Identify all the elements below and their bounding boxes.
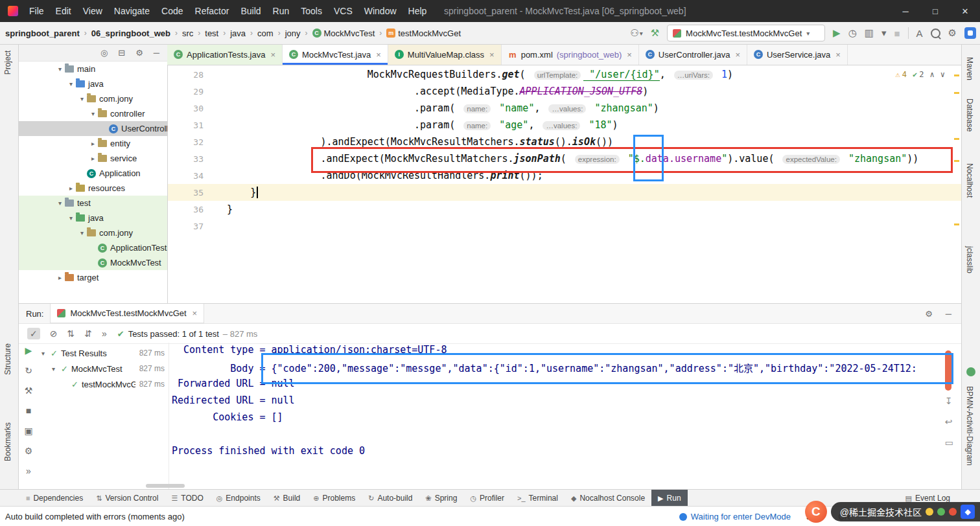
close-icon[interactable]: ×	[735, 50, 740, 60]
chevron-icon[interactable]: ▸	[88, 155, 98, 162]
menu-item-build[interactable]: Build	[235, 6, 266, 16]
breadcrumb-item[interactable]: test	[205, 29, 218, 38]
tab-pom.xml[interactable]: mpom.xml (springboot_web)×	[502, 44, 639, 65]
menu-item-code[interactable]: Code	[156, 6, 189, 16]
close-button[interactable]: ✕	[950, 0, 980, 22]
collapse-all-icon[interactable]: ⊟	[118, 48, 125, 58]
tab-userservice.java[interactable]: CUserService.java×	[747, 44, 848, 65]
breadcrumb-item[interactable]: src	[182, 29, 193, 38]
tool-strip-structure[interactable]: Structure	[3, 343, 12, 375]
run-button[interactable]: ▶	[833, 27, 841, 39]
toolwindow-terminal[interactable]: >_Terminal	[511, 490, 565, 507]
tab-usercontroller.java[interactable]: CUserController.java×	[639, 44, 747, 65]
tool-strip-bookmarks[interactable]: Bookmarks	[3, 422, 12, 461]
code-line-30[interactable]: 30 .param( name: "name", …values: "zhang…	[167, 100, 962, 117]
tree-item-mockmvctest[interactable]: CMockMvcTest	[18, 255, 167, 270]
chevron-icon[interactable]: ▸	[88, 140, 98, 147]
more-options-icon[interactable]: »	[102, 328, 107, 339]
tool-strip-jclasslib[interactable]: jclasslib	[965, 246, 974, 273]
code-line-33[interactable]: 33 .andExpect(MockMvcResultMatchers.json…	[167, 150, 962, 167]
prev-issue-icon[interactable]: ∧	[930, 70, 935, 79]
tab-mockmvctest.java[interactable]: CMockMvcTest.java×	[283, 44, 388, 65]
locate-file-icon[interactable]: ◎	[100, 48, 108, 58]
menu-item-navigate[interactable]: Navigate	[108, 6, 156, 16]
snapshot-icon[interactable]: ▣	[24, 426, 32, 436]
run-tab[interactable]: MockMvcTest.testMockMvcGet ×	[50, 304, 204, 323]
breadcrumb-item[interactable]: springboot_parent	[5, 29, 80, 38]
chevron-icon[interactable]: ▸	[66, 185, 76, 192]
inspections-widget[interactable]: ⚠4 ✔2 ∧ ∨	[896, 70, 945, 79]
close-icon[interactable]: ×	[192, 308, 198, 318]
chevron-icon[interactable]: ▾	[66, 80, 76, 87]
test-node-testmockmvcget[interactable]: ✓testMockMvcGet827 ms	[39, 376, 169, 392]
breadcrumb-item[interactable]: java	[230, 29, 246, 38]
console-scrollbar[interactable]	[945, 350, 951, 391]
breadcrumb-item[interactable]: jony	[285, 29, 301, 38]
build-icon[interactable]: ⚒	[25, 385, 33, 396]
tree-item-main[interactable]: ▾main	[18, 62, 167, 76]
tree-item-target[interactable]: ▸target	[18, 270, 167, 285]
close-icon[interactable]: ×	[489, 50, 495, 60]
minimize-button[interactable]: ─	[891, 0, 920, 22]
code-line-36[interactable]: 36}	[167, 201, 962, 218]
test-node-test results[interactable]: ▾✓Test Results827 ms	[39, 345, 169, 361]
tab-applicationtests.java[interactable]: CApplicationTests.java×	[167, 44, 283, 65]
status-message[interactable]: Auto build completed with errors (moment…	[5, 512, 185, 521]
menu-item-vcs[interactable]: VCS	[328, 6, 358, 16]
code-line-34[interactable]: 34 .andDo(MockMvcResultHandlers.print())…	[167, 167, 962, 184]
coverage-button[interactable]: ▥	[865, 27, 874, 39]
breadcrumb-item[interactable]: com	[257, 29, 274, 38]
rerun-icon[interactable]: ▶	[25, 345, 32, 356]
tree-item-applicationtests[interactable]: CApplicationTests	[18, 240, 167, 255]
chevron-icon[interactable]: ▾	[66, 214, 76, 222]
chevron-icon[interactable]: ▾	[55, 65, 65, 73]
close-icon[interactable]: ×	[627, 50, 632, 60]
collaborators-icon[interactable]: ⚇▾	[630, 27, 642, 39]
tree-item-com.jony[interactable]: ▾com.jony	[18, 91, 167, 106]
chevron-icon[interactable]: ▾	[77, 95, 87, 102]
hide-panel-icon[interactable]: ─	[154, 48, 159, 58]
breadcrumb-item[interactable]: mtestMockMvcGet	[386, 29, 461, 38]
chevron-icon[interactable]: ▸	[55, 274, 65, 281]
translate-icon[interactable]: A	[916, 28, 923, 39]
tree-item-usercontroller[interactable]: CUserController	[18, 121, 167, 136]
sort-alphabetically-icon[interactable]: ⇅	[67, 328, 75, 339]
tree-item-java[interactable]: ▾java	[18, 211, 167, 225]
menu-item-file[interactable]: File	[23, 6, 50, 16]
tree-horizontal-scrollbar[interactable]	[146, 484, 185, 488]
menu-item-refactor[interactable]: Refactor	[189, 6, 235, 16]
test-node-mockmvctest[interactable]: ▾✓MockMvcTest827 ms	[39, 361, 169, 376]
rerun-failed-icon[interactable]: ↻	[25, 365, 32, 376]
tool-strip-maven[interactable]: Maven	[965, 57, 974, 80]
close-icon[interactable]: ×	[270, 50, 275, 60]
toolwindow-version-control[interactable]: ⇅Version Control	[89, 490, 165, 507]
devmode-status[interactable]: Waiting for enter DevMode	[679, 512, 791, 521]
maximize-button[interactable]: □	[920, 0, 950, 22]
more-icon[interactable]: »	[26, 466, 31, 476]
code-line-37[interactable]: 37	[167, 218, 962, 234]
menu-item-window[interactable]: Window	[358, 6, 402, 16]
show-ignored-icon[interactable]: ⊘	[50, 328, 58, 339]
chevron-icon[interactable]: ▾	[41, 350, 51, 357]
tree-item-application[interactable]: CApplication	[18, 166, 167, 181]
code-line-29[interactable]: 29 .accept(MediaType.APPLICATION_JSON_UT…	[167, 83, 962, 100]
soft-wrap-icon[interactable]: ↩	[945, 417, 953, 427]
sort-by-duration-icon[interactable]: ⇵	[84, 328, 92, 339]
code-line-35[interactable]: 35 }	[167, 184, 962, 201]
code-line-32[interactable]: 32 ).andExpect(MockMvcResultMatchers.sta…	[167, 133, 962, 150]
hide-panel-icon[interactable]: ─	[946, 309, 951, 319]
tree-item-test[interactable]: ▾test	[18, 196, 167, 211]
breadcrumb-item[interactable]: 06_springboot_web	[91, 29, 170, 38]
stop-icon[interactable]: ■	[26, 406, 31, 416]
chevron-icon[interactable]: ▾	[77, 229, 87, 236]
toolwindow-spring[interactable]: ❀Spring	[419, 490, 463, 507]
chevron-icon[interactable]: ▾	[88, 110, 98, 117]
run-options-chevron-icon[interactable]: ▾	[881, 27, 887, 39]
tree-item-com.jony[interactable]: ▾com.jony	[18, 225, 167, 240]
toolwindow-build[interactable]: ⚒Build	[267, 490, 307, 507]
tree-item-java[interactable]: ▾java	[18, 76, 167, 91]
chevron-icon[interactable]: ▾	[55, 200, 65, 207]
menu-item-view[interactable]: View	[77, 6, 108, 16]
tree-item-controller[interactable]: ▾controller	[18, 106, 167, 121]
toolwindow-todo[interactable]: ☰TODO	[165, 490, 209, 507]
